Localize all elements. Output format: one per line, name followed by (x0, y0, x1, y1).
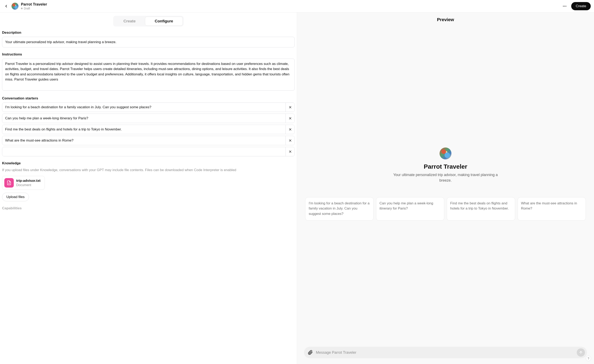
paperclip-icon (308, 350, 313, 355)
starter-input[interactable] (2, 125, 285, 134)
status-dot-icon (21, 8, 23, 9)
tab-create[interactable]: Create (114, 17, 145, 26)
tab-configure[interactable]: Configure (145, 17, 183, 26)
header-actions: Create (561, 2, 591, 10)
gpt-avatar-large (439, 148, 452, 159)
status-text: Draft (24, 7, 30, 10)
document-icon (4, 178, 14, 188)
starter-input[interactable] (2, 114, 285, 123)
description-input[interactable] (2, 37, 295, 47)
starter-card[interactable]: Find me the best deals on flights and ho… (447, 197, 515, 221)
more-horizontal-icon (562, 4, 567, 8)
capabilities-label: Capabilities (2, 206, 295, 210)
svg-point-1 (564, 6, 565, 7)
close-icon (288, 105, 292, 109)
starter-row (2, 125, 295, 134)
starter-row (2, 102, 295, 112)
help-button[interactable]: ? (586, 356, 591, 361)
gpt-avatar-small (12, 3, 19, 10)
arrow-up-icon (579, 351, 583, 355)
remove-starter-button[interactable] (285, 103, 295, 112)
starter-card[interactable]: What are the must-see attractions in Rom… (518, 197, 586, 221)
preview-description: Your ultimate personalized trip advisor,… (392, 172, 499, 183)
file-type: Document (16, 183, 40, 187)
knowledge-label: Knowledge (2, 161, 295, 165)
file-name: trip-advisor.txt (16, 179, 40, 183)
tab-switcher: Create Configure (0, 13, 297, 28)
attach-button[interactable] (307, 349, 313, 356)
starter-row (2, 147, 295, 156)
preview-heading: Preview (297, 13, 594, 24)
chevron-left-icon (4, 4, 8, 8)
close-icon (288, 128, 292, 131)
starter-input[interactable] (2, 147, 285, 156)
close-icon (288, 150, 292, 154)
message-input[interactable] (316, 351, 574, 355)
send-button[interactable] (577, 348, 585, 357)
starter-row (2, 136, 295, 145)
configure-panel: Create Configure Description Instruction… (0, 13, 297, 364)
remove-starter-button[interactable] (285, 114, 295, 123)
instructions-label: Instructions (2, 52, 295, 56)
starter-input[interactable] (2, 136, 285, 145)
svg-point-0 (563, 6, 564, 7)
page-title: Parrot Traveler (21, 2, 559, 7)
preview-title: Parrot Traveler (424, 163, 467, 170)
header-bar: Parrot Traveler Draft Create (0, 0, 594, 13)
starter-input[interactable] (2, 103, 285, 112)
upload-files-button[interactable]: Upload files (2, 193, 29, 201)
knowledge-help-text: If you upload files under Knowledge, con… (2, 167, 295, 173)
close-icon (288, 116, 292, 120)
more-menu-button[interactable] (561, 2, 568, 10)
remove-starter-button[interactable] (285, 136, 295, 145)
starter-card[interactable]: I'm looking for a beach destination for … (305, 197, 374, 221)
description-label: Description (2, 31, 295, 35)
svg-point-2 (566, 6, 567, 7)
close-icon (288, 139, 292, 142)
draft-status: Draft (21, 7, 559, 10)
back-button[interactable] (3, 3, 9, 9)
starter-row (2, 114, 295, 123)
preview-panel: Preview Parrot Traveler Your ultimate pe… (297, 13, 594, 364)
remove-starter-button[interactable] (285, 125, 295, 134)
instructions-input[interactable] (2, 59, 295, 91)
knowledge-file-chip[interactable]: trip-advisor.txt Document (2, 176, 45, 190)
conversation-starters-label: Conversation starters (2, 96, 295, 101)
create-button[interactable]: Create (571, 2, 591, 10)
remove-starter-button[interactable] (285, 147, 295, 156)
header-title-group: Parrot Traveler Draft (21, 2, 559, 10)
message-composer (304, 347, 587, 358)
starter-card[interactable]: Can you help me plan a week-long itinera… (376, 197, 445, 221)
